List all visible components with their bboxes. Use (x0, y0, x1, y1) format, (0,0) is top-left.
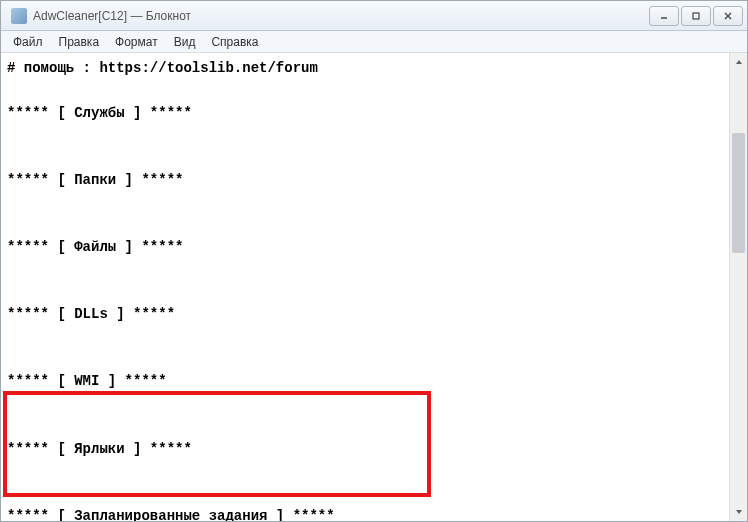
svg-marker-4 (736, 60, 742, 64)
close-button[interactable] (713, 6, 743, 26)
scroll-thumb[interactable] (732, 133, 745, 253)
notepad-window: AdwCleaner[C12] — Блокнот Файл Правка Фо… (0, 0, 748, 522)
maximize-button[interactable] (681, 6, 711, 26)
menu-format[interactable]: Формат (107, 33, 166, 51)
scroll-up-arrow[interactable] (730, 53, 747, 71)
content-area: # помощь : https://toolslib.net/forum **… (1, 53, 747, 521)
menu-help[interactable]: Справка (203, 33, 266, 51)
text-line: ***** [ Ярлыки ] ***** (7, 441, 192, 457)
menu-file[interactable]: Файл (5, 33, 51, 51)
text-line: ***** [ DLLs ] ***** (7, 306, 175, 322)
text-line: ***** [ Папки ] ***** (7, 172, 183, 188)
text-line: # помощь : https://toolslib.net/forum (7, 60, 318, 76)
window-title: AdwCleaner[C12] — Блокнот (33, 9, 649, 23)
text-line: ***** [ Службы ] ***** (7, 105, 192, 121)
text-line: ***** [ Запланированные задания ] ***** (7, 508, 335, 521)
menu-edit[interactable]: Правка (51, 33, 108, 51)
titlebar[interactable]: AdwCleaner[C12] — Блокнот (1, 1, 747, 31)
vertical-scrollbar[interactable] (729, 53, 747, 521)
menu-view[interactable]: Вид (166, 33, 204, 51)
minimize-button[interactable] (649, 6, 679, 26)
scroll-down-arrow[interactable] (730, 503, 747, 521)
svg-rect-1 (693, 13, 699, 19)
text-line: ***** [ Файлы ] ***** (7, 239, 183, 255)
menubar: Файл Правка Формат Вид Справка (1, 31, 747, 53)
app-icon (11, 8, 27, 24)
svg-marker-5 (736, 510, 742, 514)
text-line: ***** [ WMI ] ***** (7, 373, 167, 389)
window-controls (649, 6, 743, 26)
text-editor[interactable]: # помощь : https://toolslib.net/forum **… (1, 53, 729, 521)
